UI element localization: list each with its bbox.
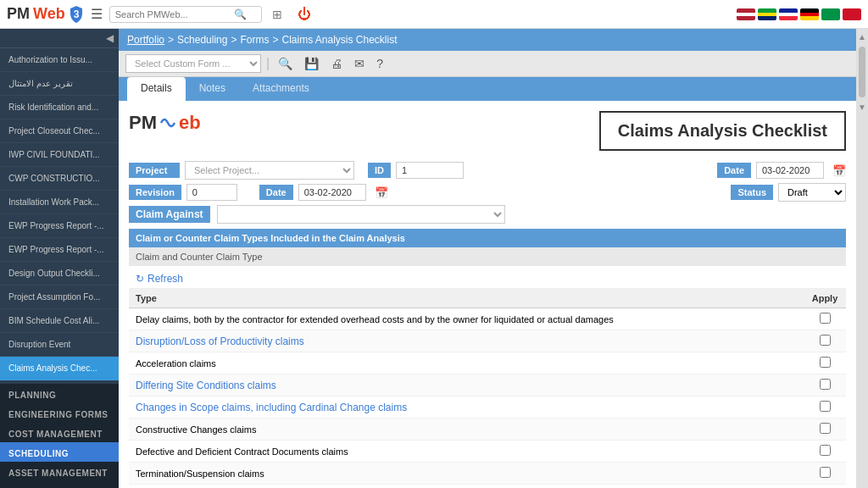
logo-web: Web [33,5,65,23]
revision-calendar-icon[interactable]: 📅 [375,186,388,199]
toolbar-print-btn[interactable]: 🖨 [327,55,346,72]
table-row: Delay claims, both by the contractor for… [129,308,846,330]
sidebar-section-cost[interactable]: COST MANAGEMENT [0,423,119,442]
toolbar: Select Custom Form ... | 🔍 💾 🖨 ✉ ? [119,51,856,77]
flag-cn [843,8,861,20]
toolbar-help-btn[interactable]: ? [373,55,387,72]
sidebar-item-claims[interactable]: Claims Analysis Chec... [0,357,119,380]
status-label: Status [731,185,773,200]
apply-checkbox[interactable] [820,379,831,390]
revision-value: 0 [186,184,237,201]
table-row: Changes in Scope claims, including Cardi… [129,396,846,419]
table-row: Variation in Quantities claims [129,485,846,489]
toolbar-email-btn[interactable]: ✉ [351,55,368,72]
sidebar-item-arabic[interactable]: تقرير عدم الامتثال [0,72,119,96]
section-header: Claim or Counter Claim Types Included in… [129,229,846,247]
claim-link[interactable]: Changes in Scope claims, including Cardi… [136,402,407,413]
apply-checkbox[interactable] [820,335,831,346]
refresh-icon: ↻ [136,273,144,285]
grid-icon[interactable]: ⊞ [272,8,282,21]
date-calendar-icon[interactable]: 📅 [832,164,846,177]
status-select[interactable]: Draft [778,183,846,202]
claim-against-label: Claim Against [129,206,210,223]
claim-type-cell: Defective and Deficient Contract Documen… [129,441,804,463]
sidebar-item-installation[interactable]: Installation Work Pack... [0,191,119,214]
table-row: Acceleration claims [129,352,846,374]
flag-de [800,8,819,20]
scroll-thumb[interactable] [859,47,865,97]
hamburger-button[interactable]: ☰ [91,6,103,22]
claim-type-cell: Termination/Suspension claims [129,463,804,485]
claim-link[interactable]: Differing Site Conditions claims [136,380,276,391]
form-header: PM eb Claims Analysis Checklist [129,111,846,151]
custom-form-select[interactable]: Select Custom Form ... [125,54,261,73]
apply-checkbox[interactable] [820,467,831,478]
project-label: Project [129,163,180,178]
apply-checkbox[interactable] [820,401,831,412]
sidebar-item-cwp[interactable]: CWP CONSTRUCTIO... [0,167,119,191]
project-select[interactable]: Select Project... [185,161,354,180]
claim-against-row: Claim Against [129,205,846,224]
sidebar-item-iwp[interactable]: IWP CIVIL FOUNDATI... [0,143,119,167]
sidebar-section-scheduling[interactable]: SCHEDULING [0,442,119,462]
toolbar-sep1: | [266,56,270,71]
apply-checkbox[interactable] [820,423,831,434]
tab-details[interactable]: Details [127,77,186,101]
revision-date-label: Date [259,185,293,200]
sidebar-section-planning[interactable]: PLANNING [0,384,119,403]
logo-area: PMWeb 3 [7,5,84,24]
apply-cell [804,330,846,352]
claim-against-select[interactable] [217,205,505,224]
table-row: Termination/Suspension claims [129,463,846,485]
apply-cell [804,396,846,419]
revision-field: Revision 0 [129,184,237,201]
search-input[interactable] [115,9,234,19]
sidebar-item-ewp1[interactable]: EWP Progress Report -... [0,214,119,238]
apply-checkbox[interactable] [820,445,831,456]
sidebar-collapse-icon[interactable]: ◀ [106,32,114,44]
sidebar-item-risk[interactable]: Risk Identification and... [0,96,119,119]
scroll-down-icon[interactable]: ▼ [858,99,866,115]
toolbar-search-btn[interactable]: 🔍 [275,55,296,72]
sidebar-item-ewp2[interactable]: EWP Progress Report -... [0,238,119,262]
nav-icons: ⊞ ⏻ [272,7,311,22]
search-icon[interactable]: 🔍 [234,8,247,20]
toolbar-save-btn[interactable]: 💾 [301,55,322,72]
sidebar-section-asset[interactable]: ASSET MANAGEMENT [0,462,119,481]
sidebar-item-disruption[interactable]: Disruption Event [0,333,119,357]
apply-checkbox[interactable] [820,313,831,324]
sidebar-section-workflow[interactable]: WORKFLOW [0,481,119,488]
date-field: Date 03-02-2020 📅 [717,162,846,179]
sidebar-item-design[interactable]: Design Output Checkli... [0,262,119,286]
tab-notes[interactable]: Notes [186,77,239,101]
breadcrumb-sep1: > [168,34,174,46]
breadcrumb-portfolio[interactable]: Portfolio [127,34,164,46]
search-box: 🔍 [109,6,262,23]
id-value: 1 [396,162,464,179]
table-row: Differing Site Conditions claims [129,374,846,396]
flag-sa [821,8,840,20]
sidebar-item-authorization[interactable]: Authorization to Issu... [0,48,119,72]
scrollbar[interactable]: ▲ ▼ [856,29,868,488]
breadcrumb-scheduling: Scheduling [177,34,227,46]
claim-link[interactable]: Disruption/Loss of Productivity claims [136,336,304,347]
apply-cell [804,419,846,441]
apply-checkbox[interactable] [820,357,831,368]
breadcrumb-sep2: > [231,34,236,46]
tab-attachments[interactable]: Attachments [239,77,323,101]
breadcrumb: Portfolio > Scheduling > Forms > Claims … [119,29,856,51]
sidebar-item-bim[interactable]: BIM Schedule Cost Ali... [0,309,119,333]
sidebar-section-engineering[interactable]: ENGINEERING FORMS [0,403,119,423]
date-value: 03-02-2020 [756,162,824,179]
power-icon[interactable]: ⏻ [298,7,311,22]
refresh-button[interactable]: ↻ Refresh [136,273,183,285]
breadcrumb-sep3: > [272,34,278,46]
apply-cell [804,374,846,396]
sidebar-item-assumption[interactable]: Project Assumption Fo... [0,286,119,309]
sidebar-item-closeout[interactable]: Project Closeout Chec... [0,119,119,143]
scroll-up-icon[interactable]: ▲ [858,29,866,45]
project-row: Project Select Project... ID 1 Date 03-0… [129,161,846,180]
main-layout: ◀ Authorization to Issu... تقرير عدم الا… [0,29,868,488]
claim-type-cell: Disruption/Loss of Productivity claims [129,330,804,352]
top-navbar: PMWeb 3 ☰ 🔍 ⊞ ⏻ [0,0,868,29]
